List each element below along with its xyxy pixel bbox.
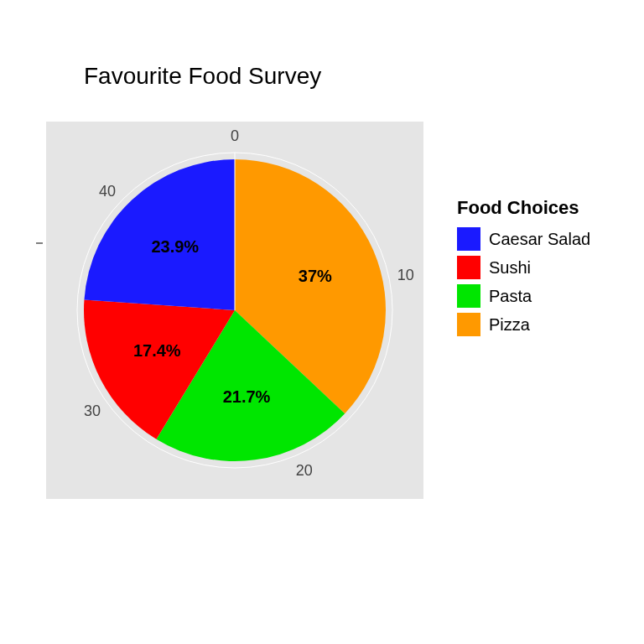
- plot-area: 37%21.7%17.4%23.9%010203040: [46, 122, 423, 499]
- slice-label: 23.9%: [151, 236, 199, 256]
- polar-tick-label: 20: [296, 461, 313, 479]
- legend-item: Pizza: [457, 313, 590, 336]
- pie-svg: [46, 122, 423, 499]
- polar-tick-label: 0: [231, 127, 239, 145]
- legend-label: Pizza: [489, 315, 530, 335]
- legend-label: Pasta: [489, 287, 532, 306]
- legend-label: Caesar Salad: [489, 230, 590, 249]
- slice-label: 17.4%: [133, 340, 181, 360]
- axis-tick-mark: [36, 243, 43, 244]
- legend-title: Food Choices: [457, 197, 590, 219]
- legend-swatch: [457, 313, 480, 336]
- legend-swatch: [457, 256, 480, 279]
- legend-item: Pasta: [457, 284, 590, 308]
- legend-swatch: [457, 284, 480, 308]
- legend-label: Sushi: [489, 258, 531, 278]
- slice-label: 37%: [299, 266, 332, 285]
- legend-item: Sushi: [457, 256, 590, 279]
- legend-item: Caesar Salad: [457, 227, 590, 251]
- legend-swatch: [457, 227, 480, 251]
- polar-tick-label: 30: [84, 402, 101, 419]
- chart-title: Favourite Food Survey: [84, 63, 321, 90]
- slice-label: 21.7%: [223, 387, 271, 407]
- legend: Food Choices Caesar SaladSushiPastaPizza: [457, 197, 590, 341]
- polar-tick-label: 10: [397, 266, 414, 283]
- polar-tick-label: 40: [99, 183, 116, 200]
